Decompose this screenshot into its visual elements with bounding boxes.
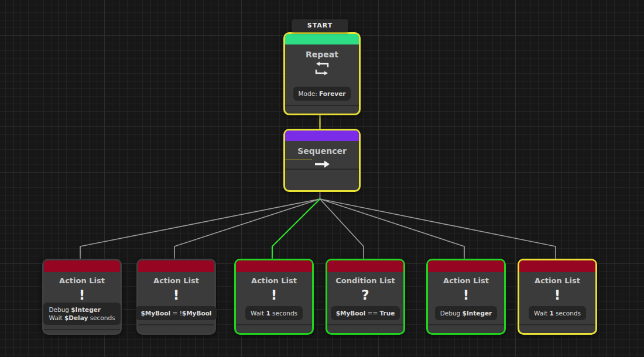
node-header-bar bbox=[236, 260, 312, 272]
node-title: Repeat bbox=[285, 50, 359, 59]
node-footer bbox=[519, 324, 595, 333]
node-footer bbox=[236, 324, 312, 333]
task-segment: True bbox=[380, 310, 395, 317]
node-header-bar bbox=[327, 260, 403, 272]
node-task-area: Wait 1 seconds bbox=[523, 306, 591, 320]
task-segment: $MyBool bbox=[336, 310, 366, 317]
node-task-area: $MyBool = !$MyBool bbox=[142, 306, 210, 320]
task-segment: Debug bbox=[49, 306, 71, 313]
node-header-bar bbox=[285, 131, 359, 141]
node-action-list-6[interactable]: Action List ! Wait 1 seconds bbox=[518, 259, 597, 335]
node-header-bar bbox=[44, 260, 120, 272]
node-header-bar bbox=[519, 260, 595, 272]
task-segment: seconds bbox=[88, 314, 115, 321]
task-segment: 1 bbox=[549, 310, 553, 317]
arrow-right-icon bbox=[285, 160, 359, 169]
node-action-list-2[interactable]: Action List ! $MyBool = !$MyBool bbox=[136, 259, 216, 335]
task-glyph: ! bbox=[79, 287, 85, 303]
node-title: Condition List bbox=[327, 276, 403, 285]
wire-sequencer-to-child-5 bbox=[320, 199, 465, 261]
node-title: Action List bbox=[519, 276, 595, 285]
question-icon: ? bbox=[327, 287, 403, 303]
node-title: Sequencer bbox=[285, 146, 359, 156]
task-segment: Wait bbox=[49, 314, 64, 321]
node-task-area: $MyBool == True bbox=[331, 306, 399, 320]
node-footer bbox=[138, 324, 214, 333]
node-footer bbox=[285, 169, 359, 177]
task-segment: $MyBool bbox=[182, 310, 212, 317]
wire-sequencer-to-child-2 bbox=[174, 199, 320, 261]
task-segment: Wait bbox=[251, 310, 266, 317]
start-entry-tab[interactable]: START bbox=[292, 19, 348, 32]
task-list-box: Wait 1 seconds bbox=[245, 306, 303, 320]
task-line: Debug $Integer bbox=[49, 305, 115, 314]
task-segment: 1 bbox=[266, 310, 270, 317]
task-segment: $Integer bbox=[71, 306, 101, 313]
node-title: Action List bbox=[44, 276, 120, 285]
behavior-tree-canvas[interactable]: START Repeat Mode: Forever Sequencer bbox=[0, 0, 644, 357]
node-condition-list[interactable]: Condition List ? $MyBool == True bbox=[326, 259, 405, 335]
task-segment: seconds bbox=[270, 310, 297, 317]
task-segment: $Delay bbox=[64, 314, 88, 321]
task-glyph: ! bbox=[554, 287, 561, 303]
task-segment: $MyBool bbox=[141, 310, 171, 317]
repeat-icon bbox=[285, 61, 359, 75]
task-list-box: $MyBool = !$MyBool bbox=[136, 306, 217, 320]
wire-sequencer-to-child-1 bbox=[80, 199, 320, 261]
exclamation-icon: ! bbox=[428, 287, 504, 303]
task-list-box: Debug $Integer Wait $Delay seconds bbox=[43, 303, 120, 325]
node-header-bar bbox=[428, 260, 504, 272]
task-glyph: ! bbox=[463, 287, 470, 303]
wire-sequencer-to-child-6 bbox=[320, 199, 556, 261]
node-footer bbox=[428, 324, 504, 333]
task-segment: Debug bbox=[440, 310, 463, 317]
task-list-box: Wait 1 seconds bbox=[529, 306, 586, 320]
param-segment: Forever bbox=[319, 90, 345, 97]
node-title: Action List bbox=[138, 276, 214, 285]
task-segment: $Integer bbox=[463, 310, 492, 317]
task-segment: Wait bbox=[534, 310, 550, 317]
node-footer bbox=[327, 324, 403, 333]
task-glyph: ? bbox=[361, 287, 369, 303]
task-segment: = ! bbox=[170, 310, 182, 317]
wire-sequencer-to-child-3 bbox=[272, 199, 320, 261]
param-segment: Mode: bbox=[299, 90, 319, 97]
task-segment: seconds bbox=[554, 310, 581, 317]
node-task-area: Debug $Integer bbox=[432, 306, 500, 320]
exclamation-icon: ! bbox=[138, 287, 214, 303]
node-action-list-5[interactable]: Action List ! Debug $Integer bbox=[426, 259, 506, 335]
node-title: Action List bbox=[428, 276, 504, 285]
task-glyph: ! bbox=[271, 287, 278, 303]
wire-sequencer-to-child-4 bbox=[320, 199, 364, 261]
node-header-bar bbox=[138, 260, 214, 272]
mode-param-box: Mode: Forever bbox=[293, 87, 351, 101]
exclamation-icon: ! bbox=[519, 287, 595, 303]
task-list-box: Debug $Integer bbox=[435, 306, 498, 320]
node-task-area: Wait 1 seconds bbox=[240, 306, 308, 320]
node-action-list-1[interactable]: Action List ! Debug $Integer Wait $Delay… bbox=[42, 259, 122, 335]
task-segment: == bbox=[365, 310, 379, 317]
exclamation-icon: ! bbox=[236, 287, 312, 303]
node-param-area: Mode: Forever bbox=[289, 87, 355, 101]
node-sequencer[interactable]: Sequencer bbox=[283, 129, 361, 192]
exclamation-icon: ! bbox=[44, 287, 120, 303]
task-line: Wait $Delay seconds bbox=[49, 314, 115, 322]
node-title: Action List bbox=[236, 276, 312, 285]
task-glyph: ! bbox=[173, 287, 180, 303]
node-repeat[interactable]: Repeat Mode: Forever bbox=[283, 32, 361, 115]
node-footer bbox=[44, 329, 120, 338]
node-header-bar bbox=[285, 34, 359, 44]
node-task-area: Debug $Integer Wait $Delay seconds bbox=[48, 303, 116, 325]
task-list-box: $MyBool == True bbox=[331, 306, 400, 320]
node-action-list-3[interactable]: Action List ! Wait 1 seconds bbox=[234, 259, 314, 335]
node-footer bbox=[285, 105, 359, 114]
